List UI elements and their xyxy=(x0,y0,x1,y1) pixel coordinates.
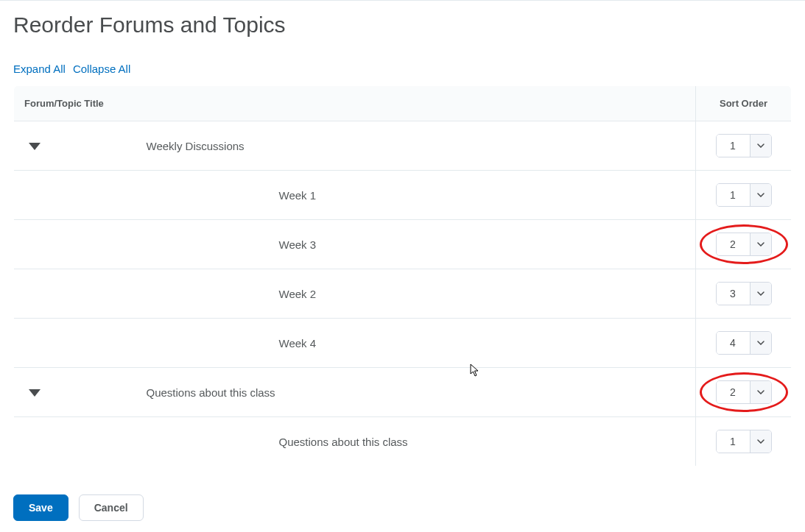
cancel-button[interactable]: Cancel xyxy=(79,494,144,521)
table-row: Weekly Discussions 1 xyxy=(14,121,792,171)
sort-order-select[interactable]: 1 xyxy=(716,134,772,157)
button-row: Save Cancel xyxy=(13,494,792,521)
chevron-down-icon xyxy=(750,233,771,255)
chevron-down-icon xyxy=(750,135,771,157)
forum-title: Questions about this class xyxy=(147,368,696,417)
topic-title: Week 1 xyxy=(147,171,696,220)
sort-order-select[interactable]: 1 xyxy=(716,430,772,453)
topic-title: Week 4 xyxy=(147,319,696,368)
sort-order-value: 3 xyxy=(717,283,750,305)
chevron-down-icon xyxy=(750,381,771,403)
chevron-down-icon xyxy=(750,332,771,354)
topic-title: Week 2 xyxy=(147,269,696,319)
sort-order-select[interactable]: 1 xyxy=(716,183,772,207)
table-row: Week 2 3 xyxy=(14,269,792,319)
sort-order-select[interactable]: 2 xyxy=(716,380,772,404)
topic-title: Week 3 xyxy=(147,220,696,269)
collapse-forum-icon[interactable] xyxy=(29,143,41,150)
sort-order-select[interactable]: 2 xyxy=(716,233,772,256)
sort-order-value: 2 xyxy=(717,233,750,255)
chevron-down-icon xyxy=(750,430,771,453)
page-title: Reorder Forums and Topics xyxy=(13,13,792,38)
expand-all-link[interactable]: Expand All xyxy=(13,63,66,75)
sort-order-value: 2 xyxy=(717,381,750,403)
table-row: Week 4 4 xyxy=(14,319,792,368)
sort-order-value: 1 xyxy=(717,184,750,206)
table-row: Questions about this class 1 xyxy=(14,417,792,467)
svg-marker-0 xyxy=(29,143,41,150)
chevron-down-icon xyxy=(750,184,771,206)
page-container: Reorder Forums and Topics Expand All Col… xyxy=(0,2,805,521)
sort-order-value: 1 xyxy=(717,135,750,157)
table-row: Week 1 1 xyxy=(14,171,792,220)
sort-order-value: 4 xyxy=(717,332,750,354)
forum-title: Weekly Discussions xyxy=(147,121,696,171)
reorder-table: Forum/Topic Title Sort Order Weekly Disc… xyxy=(13,85,792,467)
collapse-forum-icon[interactable] xyxy=(29,389,41,397)
collapse-all-link[interactable]: Collapse All xyxy=(73,63,130,75)
table-row: Week 3 2 xyxy=(14,220,792,269)
expand-collapse-row: Expand All Collapse All xyxy=(13,63,792,75)
column-header-title: Forum/Topic Title xyxy=(14,86,696,121)
sort-order-value: 1 xyxy=(717,430,750,453)
table-row: Questions about this class 2 xyxy=(14,368,792,417)
sort-order-select[interactable]: 3 xyxy=(716,282,772,305)
topic-title: Questions about this class xyxy=(147,417,696,467)
svg-marker-1 xyxy=(29,389,41,397)
column-header-sort: Sort Order xyxy=(696,86,792,121)
chevron-down-icon xyxy=(750,283,771,305)
sort-order-select[interactable]: 4 xyxy=(716,331,772,355)
save-button[interactable]: Save xyxy=(13,494,68,521)
